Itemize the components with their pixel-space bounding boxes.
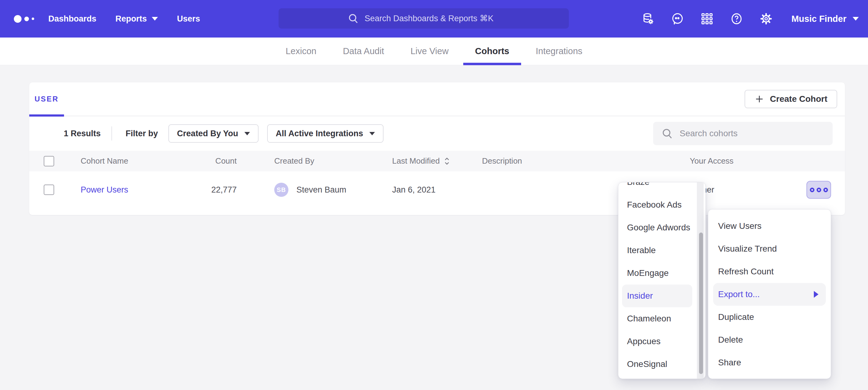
tab-integrations-label: Integrations — [536, 46, 583, 56]
submenu-arrow-icon — [814, 291, 818, 298]
created-by-name: Steven Baum — [297, 185, 346, 195]
export-option-google-adwords[interactable]: Google Adwords — [618, 216, 706, 239]
filter-created-by-dropdown[interactable]: Created By You — [168, 124, 258, 143]
project-switcher[interactable]: Music Finder — [792, 14, 859, 24]
export-option-insider[interactable]: Insider — [622, 285, 692, 307]
nav-item-reports[interactable]: Reports — [116, 14, 158, 24]
tab-live-view-label: Live View — [411, 46, 449, 56]
project-name: Music Finder — [792, 14, 846, 24]
menu-item-export-to[interactable]: Export to... — [713, 283, 826, 306]
filter-integrations-label: All Active Integrations — [276, 129, 363, 138]
menu-item-view-users[interactable]: View Users — [708, 215, 831, 237]
settings-icon[interactable] — [760, 12, 773, 26]
menu-item-visualize-trend[interactable]: Visualize Trend — [708, 237, 831, 260]
sort-icon — [443, 157, 450, 165]
export-option-onesignal[interactable]: OneSignal — [618, 353, 706, 376]
cohort-search-bar[interactable] — [653, 122, 833, 145]
nav-item-dashboards[interactable]: Dashboards — [48, 14, 96, 24]
menu-item-share[interactable]: Share — [708, 351, 831, 374]
tab-user-cohorts-label: USER — [34, 95, 59, 103]
header-count: Count — [185, 156, 237, 166]
filter-bar: 1 Results Filter by Created By You All A… — [29, 116, 845, 151]
menu-item-duplicate[interactable]: Duplicate — [708, 306, 831, 328]
chevron-down-icon — [244, 132, 250, 135]
tab-cohorts[interactable]: Cohorts — [474, 37, 510, 65]
top-nav-right: Music Finder — [641, 0, 859, 37]
row-context-menu: View Users Visualize Trend Refresh Count… — [708, 209, 831, 379]
nav-item-users[interactable]: Users — [177, 14, 200, 24]
header-your-access: Your Access — [690, 156, 783, 166]
filter-integrations-dropdown[interactable]: All Active Integrations — [267, 124, 383, 143]
export-submenu: Braze Facebook Ads Google Adwords Iterab… — [618, 182, 706, 379]
select-all-checkbox[interactable] — [44, 156, 54, 166]
chevron-down-icon — [152, 17, 158, 21]
header-cohort-name: Cohort Name — [81, 156, 185, 166]
tab-lexicon-label: Lexicon — [286, 46, 316, 56]
section-tabs: Lexicon Data Audit Live View Cohorts Int… — [0, 37, 868, 65]
header-created-by: Created By — [237, 156, 392, 166]
header-last-modified[interactable]: Last Modified — [392, 156, 482, 166]
menu-item-delete[interactable]: Delete — [708, 328, 831, 351]
tab-data-audit-label: Data Audit — [343, 46, 384, 56]
top-nav: Dashboards Reports Users — [0, 0, 868, 37]
row-checkbox[interactable] — [44, 185, 54, 195]
plus-icon — [754, 94, 764, 104]
more-dots-icon — [810, 188, 814, 192]
results-count: 1 Results — [64, 129, 101, 138]
table-header: Cohort Name Count Created By Last Modifi… — [29, 151, 845, 171]
row-actions-button[interactable] — [806, 181, 831, 199]
scrollbar-thumb[interactable] — [699, 232, 703, 374]
search-icon — [661, 127, 674, 140]
cohorts-panel: USER Create Cohort 1 Results Filter by C… — [29, 83, 845, 215]
create-cohort-label: Create Cohort — [770, 94, 827, 104]
export-submenu-list: Braze Facebook Ads Google Adwords Iterab… — [618, 182, 706, 376]
export-option-appcues[interactable]: Appcues — [618, 330, 706, 353]
filter-created-by-label: Created By You — [177, 129, 238, 138]
feedback-icon[interactable] — [671, 12, 684, 26]
search-icon — [347, 12, 359, 24]
data-settings-icon[interactable] — [641, 12, 655, 26]
cohort-count: 22,777 — [185, 185, 237, 195]
tab-live-view[interactable]: Live View — [409, 37, 450, 65]
tab-cohorts-label: Cohorts — [475, 46, 509, 56]
chevron-down-icon — [852, 17, 859, 21]
menu-item-refresh-count[interactable]: Refresh Count — [708, 260, 831, 283]
top-nav-items: Dashboards Reports Users — [48, 14, 219, 24]
create-cohort-button[interactable]: Create Cohort — [745, 90, 837, 108]
apps-grid-icon[interactable] — [700, 12, 714, 26]
tab-integrations[interactable]: Integrations — [535, 37, 584, 65]
table-row: Power Users 22,777 SB Steven Baum Jan 6,… — [29, 171, 845, 208]
export-option-braze[interactable]: Braze — [618, 182, 706, 193]
chevron-down-icon — [369, 132, 375, 135]
export-option-moengage[interactable]: MoEngage — [618, 262, 706, 285]
filter-by-label: Filter by — [126, 129, 158, 138]
avatar: SB — [274, 183, 288, 197]
tab-data-audit[interactable]: Data Audit — [342, 37, 385, 65]
last-modified-date: Jan 6, 2021 — [392, 185, 482, 195]
header-description: Description — [482, 156, 690, 166]
header-last-modified-label: Last Modified — [392, 156, 440, 166]
nav-item-users-label: Users — [177, 14, 200, 24]
global-search-input[interactable] — [365, 14, 500, 23]
cohort-type-tabs: USER Create Cohort — [29, 83, 845, 116]
cohort-name-link[interactable]: Power Users — [81, 185, 128, 194]
export-option-iterable[interactable]: Iterable — [618, 239, 706, 262]
tab-lexicon[interactable]: Lexicon — [284, 37, 318, 65]
divider — [112, 126, 112, 140]
nav-item-reports-label: Reports — [116, 14, 147, 24]
nav-item-dashboards-label: Dashboards — [48, 14, 96, 24]
mixpanel-logo-icon[interactable] — [14, 15, 48, 23]
export-option-facebook-ads[interactable]: Facebook Ads — [618, 193, 706, 216]
export-option-chameleon[interactable]: Chameleon — [618, 307, 706, 330]
global-search-bar[interactable] — [279, 8, 569, 29]
help-icon[interactable] — [730, 12, 743, 26]
cohort-search-input[interactable] — [680, 129, 815, 138]
tab-user-cohorts[interactable]: USER — [29, 82, 64, 116]
